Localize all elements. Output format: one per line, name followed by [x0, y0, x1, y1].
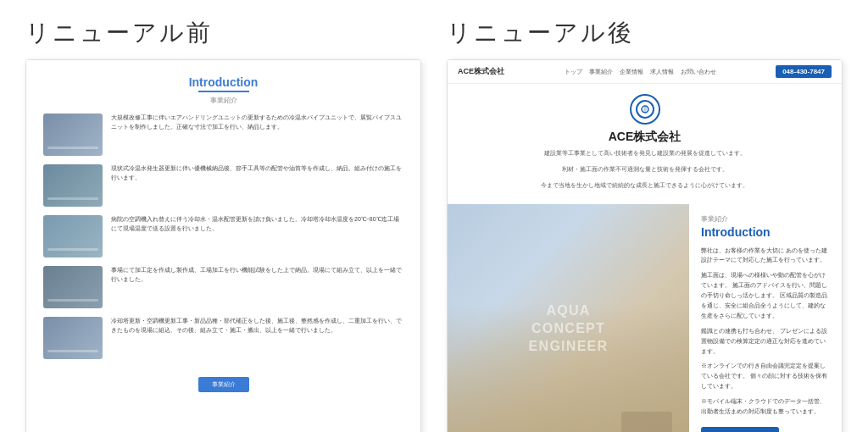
nav-link-company[interactable]: 企業情報 [620, 68, 643, 76]
after-content-area: AQUACONCEPTENGINEER 事業紹介 Introduction 弊社… [448, 204, 842, 432]
after-mockup-card: ACE株式会社 トップ 事業紹介 企業情報 求人情報 お問い合わせ 048-43… [447, 59, 843, 432]
after-info-text-4: ※オンラインでの行き自由会議完定定を提案している会社です。 個々の顔に対する技術… [701, 361, 830, 391]
before-mockup: Introduction 事業紹介 大規模改修工事に伴いエアハンドリングユニット… [26, 60, 420, 407]
after-logo-inner [636, 100, 654, 119]
nav-link-service[interactable]: 事業紹介 [589, 68, 613, 76]
after-big-image: AQUACONCEPTENGINEER [448, 204, 689, 432]
after-mockup: ACE株式会社 トップ 事業紹介 企業情報 求人情報 お問い合わせ 048-43… [448, 60, 842, 432]
before-btn[interactable]: 事業紹介 [198, 377, 249, 392]
after-info-text-5: ※モバイル端末・クラウドでのデータ一括管、 出勤者生活まめの対応制度も整っていま… [701, 396, 830, 417]
before-item-text-3: 病院の空調機入れ替えに伴う冷却水・温水配管更新を請け負いました。冷却塔冷却水温度… [111, 215, 403, 233]
after-section-label: 事業紹介 [701, 214, 830, 224]
after-side: リニューアル後 ACE株式会社 トップ 事業紹介 企業情報 求人情報 お問い合わ… [447, 17, 843, 432]
before-item-text-2: 現状式冷温水発生器更新に伴い優機械納品後、節手工具等の配管や油筒等を作成し、納品… [111, 164, 403, 182]
after-section-title: Introduction [701, 225, 830, 239]
before-item-5: 冷却塔更新・空調機更新工事・新品品種・部代補正をした後、施工後、整然感を作成し、… [43, 317, 403, 359]
before-btn-area: 事業紹介 [43, 374, 403, 392]
before-item-3: 病院の空調機入れ替えに伴う冷却水・温水配管更新を請け負いました。冷却塔冷却水温度… [43, 215, 403, 258]
main-container: リニューアル前 Introduction 事業紹介 大規模改修工事に伴いエアハン… [0, 0, 868, 432]
before-item-text-1: 大規模改修工事に伴いエアハンドリングユニットの更新するための冷温水パイプユニット… [111, 114, 403, 131]
before-item-text-4: 事場にて加工定を作成し製作成、工場加工を行い機能試験をした上で納品。現場にて組み… [111, 266, 403, 284]
before-title: リニューアル前 [25, 17, 421, 49]
after-info-text-3: 鑑識との連携も打ち合わせ、 プレゼンによる設置物設備での検算定定の適正な対応を進… [701, 326, 830, 357]
nav-link-top[interactable]: トップ [565, 68, 582, 76]
before-side: リニューアル前 Introduction 事業紹介 大規模改修工事に伴いエアハン… [25, 17, 421, 432]
before-item-text-5: 冷却塔更新・空調機更新工事・新品品種・部代補正をした後、施工後、整然感を作成し、… [111, 317, 403, 335]
after-tagline-3: 今まで当地を生かし地域で続続的な成長と施工できるように心がけています。 [541, 180, 748, 190]
before-item-img-4 [43, 266, 103, 308]
after-nav-links: トップ 事業紹介 企業情報 求人情報 お問い合わせ [565, 68, 716, 76]
after-nav-phone: 048-430-7847 [776, 65, 832, 78]
before-intro-title: Introduction [43, 75, 403, 89]
after-tagline-2: 利材・施工面の作業不可適測な量と技術を発揮する会社です。 [562, 164, 728, 174]
after-title: リニューアル後 [447, 17, 843, 49]
before-item-img-2 [43, 164, 103, 207]
nav-link-contact[interactable]: お問い合わせ [681, 68, 716, 76]
after-info-panel: 事業紹介 Introduction 弊社は、お客様の作業を大切に あのを使った建… [689, 204, 842, 432]
after-info-text-1: 弊社は、お客様の作業を大切に あのを使った建設計テーマにて対応した施工を行ってい… [701, 246, 830, 266]
nav-link-recruit[interactable]: 求人情報 [650, 68, 674, 76]
after-nav: ACE株式会社 トップ 事業紹介 企業情報 求人情報 お問い合わせ 048-43… [448, 60, 842, 84]
after-hero: ACE株式会社 建設業等工事業として高い技術者を発見し建設業の発展を促進していま… [448, 84, 842, 204]
before-item-img-1 [43, 114, 103, 156]
before-item-4: 事場にて加工定を作成し製作成、工場加工を行い機能試験をした上で納品。現場にて組み… [43, 266, 403, 308]
after-image-section: AQUACONCEPTENGINEER [448, 204, 689, 432]
before-intro-underline [198, 91, 249, 92]
after-company-name: ACE株式会社 [609, 130, 682, 145]
before-item-img-5 [43, 317, 103, 359]
before-item-2: 現状式冷温水発生器更新に伴い優機械納品後、節手工具等の配管や油筒等を作成し、納品… [43, 164, 403, 207]
after-tagline-1: 建設業等工事業として高い技術者を発見し建設業の発展を促進しています。 [544, 148, 746, 158]
before-item-1: 大規模改修工事に伴いエアハンドリングユニットの更新するための冷温水パイプユニット… [43, 114, 403, 156]
after-logo-circle [630, 94, 660, 125]
after-info-text-2: 施工面は、現場への様様いや動の配管を心がけています。 施工面のアドバイスを行い、… [701, 270, 830, 320]
before-mockup-card: Introduction 事業紹介 大規模改修工事に伴いエアハンドリングユニット… [25, 59, 421, 432]
before-intro-subtitle: 事業紹介 [43, 96, 403, 105]
after-nav-logo: ACE株式会社 [458, 66, 504, 77]
before-item-img-3 [43, 215, 103, 258]
after-recruit-btn[interactable]: 求人情報はこちら [701, 427, 779, 432]
after-logo-icon [640, 104, 650, 114]
